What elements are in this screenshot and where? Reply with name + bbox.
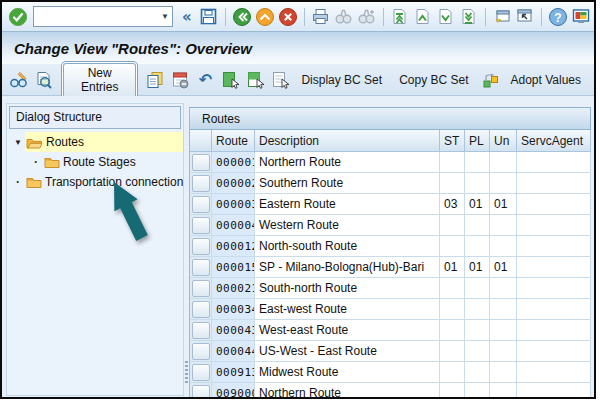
row-selector[interactable] — [190, 299, 212, 320]
previous-page-icon[interactable] — [413, 7, 433, 27]
cell-description[interactable]: Midwest Route — [255, 362, 440, 383]
cell-description[interactable]: Eastern Route — [255, 194, 440, 215]
cell-st[interactable] — [440, 278, 465, 299]
cell-un[interactable] — [490, 362, 517, 383]
command-dropdown-icon[interactable]: ▼ — [158, 12, 172, 21]
cell-st[interactable] — [440, 173, 465, 194]
bc-set-compare-icon[interactable] — [480, 70, 500, 90]
cell-servcagent[interactable] — [517, 152, 591, 173]
row-selector-button[interactable] — [192, 259, 210, 276]
row-selector[interactable] — [190, 173, 212, 194]
header-pl[interactable]: PL — [465, 130, 490, 152]
cell-route[interactable]: 000044 — [212, 341, 255, 362]
create-shortcut-icon[interactable] — [515, 7, 535, 27]
select-all-icon[interactable] — [220, 70, 240, 90]
table-row[interactable]: 009000 Northern Route — [190, 383, 591, 399]
display-change-icon[interactable] — [9, 70, 29, 90]
cell-description[interactable]: North-south Route — [255, 236, 440, 257]
cell-route[interactable]: 000034 — [212, 299, 255, 320]
copy-bc-set-button[interactable]: Copy BC Set — [393, 71, 474, 89]
delete-line-icon[interactable] — [170, 70, 190, 90]
back-icon[interactable] — [232, 7, 252, 27]
header-un[interactable]: Un — [490, 130, 517, 152]
select-block-icon[interactable] — [245, 70, 265, 90]
cell-servcagent[interactable] — [517, 383, 591, 399]
cell-un[interactable] — [490, 278, 517, 299]
cell-description[interactable]: South-north Route — [255, 278, 440, 299]
cell-un[interactable]: 01 — [490, 257, 517, 278]
cell-un[interactable] — [490, 383, 517, 399]
cell-description[interactable]: SP - Milano-Bologna(Hub)-Bari — [255, 257, 440, 278]
row-selector[interactable] — [190, 383, 212, 399]
overview-icon[interactable] — [34, 70, 54, 90]
header-servcagent[interactable]: ServcAgent — [517, 130, 591, 152]
cell-un[interactable] — [490, 341, 517, 362]
find-icon[interactable] — [334, 7, 354, 27]
undo-icon[interactable]: ↶ — [195, 70, 215, 90]
cell-pl[interactable]: 01 — [465, 194, 490, 215]
cell-un[interactable] — [490, 215, 517, 236]
cell-route[interactable]: 000043 — [212, 320, 255, 341]
cell-pl[interactable] — [465, 299, 490, 320]
row-selector-button[interactable] — [192, 238, 210, 255]
cell-st[interactable] — [440, 152, 465, 173]
expander-icon[interactable]: ▼ — [11, 138, 25, 147]
table-row[interactable]: 000021 South-north Route — [190, 278, 591, 299]
cell-st[interactable] — [440, 299, 465, 320]
cell-st[interactable] — [440, 341, 465, 362]
cell-pl[interactable] — [465, 320, 490, 341]
header-route[interactable]: Route — [212, 130, 255, 152]
first-page-icon[interactable] — [390, 7, 410, 27]
row-selector[interactable] — [190, 320, 212, 341]
table-row[interactable]: 000012 North-south Route — [190, 236, 591, 257]
cell-servcagent[interactable] — [517, 173, 591, 194]
cell-route[interactable]: 000001 — [212, 152, 255, 173]
row-selector[interactable] — [190, 257, 212, 278]
cell-pl[interactable] — [465, 215, 490, 236]
splitter-grip-icon[interactable] — [185, 361, 188, 385]
cell-pl[interactable] — [465, 278, 490, 299]
row-selector[interactable] — [190, 236, 212, 257]
save-icon[interactable] — [199, 7, 219, 27]
table-row[interactable]: 000015 SP - Milano-Bologna(Hub)-Bari 01 … — [190, 257, 591, 278]
row-selector-button[interactable] — [192, 217, 210, 234]
adopt-values-button[interactable]: Adopt Values — [505, 71, 588, 89]
display-bc-set-button[interactable]: Display BC Set — [295, 71, 388, 89]
row-selector[interactable] — [190, 194, 212, 215]
command-field[interactable]: ▼ — [33, 6, 173, 27]
cell-servcagent[interactable] — [517, 194, 591, 215]
table-row[interactable]: 000043 West-east Route — [190, 320, 591, 341]
cell-un[interactable] — [490, 236, 517, 257]
next-page-icon[interactable] — [436, 7, 456, 27]
cell-un[interactable] — [490, 299, 517, 320]
cell-un[interactable]: 01 — [490, 194, 517, 215]
cell-description[interactable]: US-West - East Route — [255, 341, 440, 362]
cell-pl[interactable] — [465, 341, 490, 362]
tree-item-routes[interactable]: ▼ Routes — [7, 132, 183, 152]
row-selector[interactable] — [190, 215, 212, 236]
find-next-icon[interactable] — [357, 7, 377, 27]
table-row[interactable]: 000913 Midwest Route — [190, 362, 591, 383]
cell-st[interactable] — [440, 383, 465, 399]
row-selector[interactable] — [190, 341, 212, 362]
print-icon[interactable] — [311, 7, 331, 27]
cell-pl[interactable] — [465, 173, 490, 194]
row-selector-button[interactable] — [192, 343, 210, 360]
row-selector-button[interactable] — [192, 175, 210, 192]
up-icon[interactable] — [255, 7, 275, 27]
cell-route[interactable]: 000021 — [212, 278, 255, 299]
copy-icon[interactable] — [145, 70, 165, 90]
cell-pl[interactable] — [465, 236, 490, 257]
customize-layout-icon[interactable] — [571, 7, 591, 27]
row-selector-button[interactable] — [192, 280, 210, 297]
table-row[interactable]: 000003 Eastern Route 03 01 01 — [190, 194, 591, 215]
tree-item-transportation-connection[interactable]: · Transportation connection — [7, 172, 183, 192]
cell-servcagent[interactable] — [517, 299, 591, 320]
deselect-all-icon[interactable] — [270, 70, 290, 90]
cell-servcagent[interactable] — [517, 362, 591, 383]
table-row[interactable]: 000004 Western Route — [190, 215, 591, 236]
exit-icon[interactable] — [278, 7, 298, 27]
cell-route[interactable]: 000004 — [212, 215, 255, 236]
table-row[interactable]: 000034 East-west Route — [190, 299, 591, 320]
cell-pl[interactable] — [465, 152, 490, 173]
